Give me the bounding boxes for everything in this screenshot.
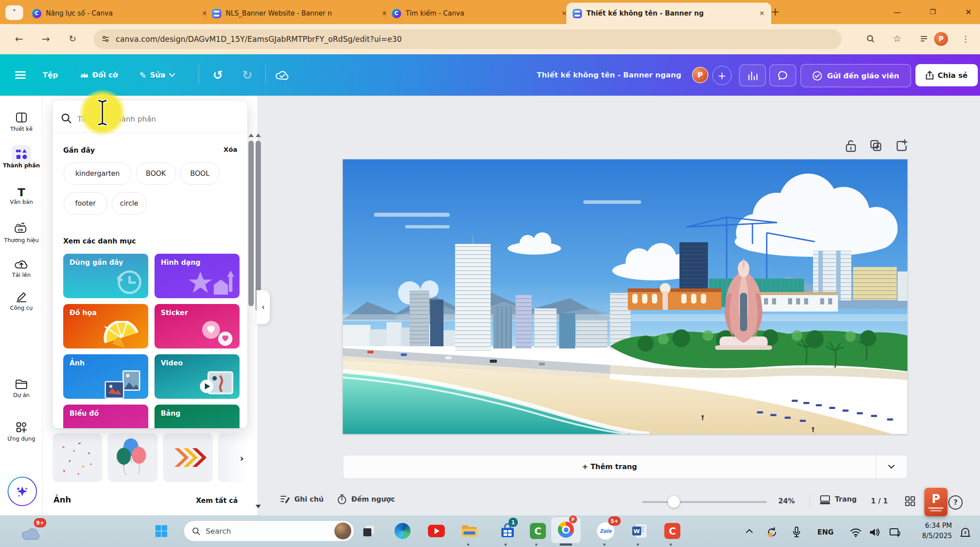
task-view-icon[interactable] [359,521,378,541]
bookmark-star-icon[interactable]: ☆ [890,31,905,46]
back-icon[interactable]: ← [12,31,27,46]
tab-close-icon[interactable]: ✕ [757,8,767,18]
redo-icon[interactable]: ↻ [242,54,252,96]
camtasia-red-icon[interactable]: C [663,521,682,541]
browser-tab-4-active[interactable]: Thiết kế không tên - Banner ng ✕ [566,3,771,24]
category-card-photos[interactable]: Ảnh [63,354,148,399]
edge-icon[interactable] [393,521,412,541]
camtasia-green-icon[interactable]: C [528,521,548,541]
window-restore-icon[interactable]: ❐ [924,4,942,20]
site-settings-icon[interactable] [102,35,110,43]
tab-list-chevron-icon[interactable]: ˅ [5,5,23,20]
sidebar-item-elements[interactable]: Thành phần [0,148,43,169]
sidebar-item-brand[interactable]: co Thương hiệu [0,222,43,243]
add-page-icon[interactable] [895,139,909,153]
window-minimize-icon[interactable]: — [888,4,906,20]
insights-button[interactable] [739,65,766,86]
volume-icon[interactable] [866,523,883,541]
browser-tab-2[interactable]: NLS_Banner Website - Banner n ✕ [206,3,394,24]
tray-expand-icon[interactable] [742,523,757,539]
word-icon[interactable]: W [630,521,649,541]
element-thumb-balloons[interactable] [108,433,158,482]
category-card-shapes[interactable]: Hình dạng [155,254,240,298]
browser-tab-1[interactable]: C Năng lực số - Canva ✕ [26,3,214,24]
recent-chip[interactable]: circle [112,192,146,215]
recent-clear-button[interactable]: Xóa [224,146,237,153]
sync-update-icon[interactable] [763,523,781,541]
invite-plus-icon[interactable]: + [712,66,732,85]
element-thumb-confetti[interactable] [53,433,102,482]
pages-view-button[interactable]: Trang [819,494,857,505]
sidebar-item-apps[interactable]: Ứng dụng [0,421,43,442]
countdown-button[interactable]: Đếm ngược [337,494,395,505]
browser-tab-3[interactable]: C Tìm kiếm - Canva ✕ [386,3,573,24]
sidebar-item-text[interactable]: T Văn bản [0,187,43,205]
category-card-video[interactable]: Video [155,354,240,399]
magic-ai-button[interactable] [8,477,37,506]
reading-list-icon[interactable] [916,31,931,46]
zoom-slider-track[interactable] [642,501,767,503]
help-button[interactable]: ? [948,495,963,510]
recent-chip[interactable]: BOOL [180,162,220,185]
taskbar-search[interactable]: Search [183,520,354,542]
recent-chip[interactable]: BOOK [136,162,176,185]
recent-chip[interactable]: kindergarten [64,162,131,185]
browser-profile-avatar[interactable]: P [934,32,948,46]
start-button[interactable] [151,521,171,541]
comments-button[interactable] [769,65,796,86]
browser-menu-kebab-icon[interactable]: ⋮ [958,31,973,46]
send-to-teacher-button[interactable]: Gửi đến giáo viên [801,64,911,87]
add-page-dropdown[interactable] [876,455,907,478]
scrollbar-up-arrow[interactable] [256,134,261,137]
zoom-percentage[interactable]: 24% [778,497,795,505]
design-page[interactable] [343,159,907,434]
undo-icon[interactable]: ↺ [213,54,223,96]
scrollbar-up-arrow[interactable] [248,134,254,137]
category-card-graphics[interactable]: Đồ họa [63,304,148,348]
wifi-icon[interactable] [847,523,865,541]
main-menu-button[interactable] [15,54,26,96]
document-title[interactable]: Thiết kế không tên - Banner ngang [530,54,681,96]
language-indicator[interactable]: ENG [812,523,839,541]
duplicate-page-icon[interactable] [869,139,883,153]
tablet-mode-icon[interactable] [886,523,904,541]
new-tab-icon[interactable]: + [768,5,782,19]
address-bar[interactable]: canva.com/design/DAGvM1D_15Y/EamsGJabRMT… [94,29,842,49]
search-highlight-image[interactable] [334,523,351,539]
scrollbar-down-arrow[interactable] [256,505,261,508]
thumbs-scroll-right-icon[interactable]: › [235,450,248,466]
zoom-slider-knob[interactable] [668,496,680,508]
clock-widget[interactable]: 6:34 PM 8/5/2025 [909,521,952,541]
recent-chip[interactable]: footer [64,192,107,215]
category-card-charts[interactable]: Biểu đồ [63,405,148,428]
element-thumb-arrows[interactable] [163,433,213,482]
page-lock-icon[interactable] [844,139,858,153]
sidebar-item-projects[interactable]: Dự án [0,378,43,398]
edit-menu-button[interactable]: ✎ Sửa [139,54,175,96]
share-button[interactable]: Chia sẻ [915,64,978,86]
window-close-icon[interactable]: ✕ [960,4,977,20]
reload-icon[interactable]: ↻ [65,31,80,46]
sidebar-item-uploads[interactable]: Tải lên [0,258,43,278]
panel-collapse-handle[interactable]: ‹ [256,290,270,324]
microphone-icon[interactable] [789,523,804,541]
add-page-button[interactable]: + Thêm trang [343,455,907,479]
notification-bell-icon[interactable]: z [956,523,975,541]
cloud-saved-icon[interactable] [275,54,289,96]
category-card-tables[interactable]: Bảng [155,405,240,428]
zoom-search-icon[interactable] [863,31,878,46]
chrome-active-slot[interactable]: P [551,517,581,543]
user-avatar[interactable]: P [692,67,708,83]
sidebar-item-tools[interactable]: Công cụ [0,290,43,311]
youtube-icon[interactable] [427,521,446,541]
outer-scrollbar-thumb[interactable] [256,141,261,312]
sidebar-item-design[interactable]: Thiết kế [0,111,43,132]
category-card-recent[interactable]: Dùng gần đây [63,254,148,298]
panel-scrollbar-thumb[interactable] [248,141,254,306]
category-card-sticker[interactable]: Sticker [155,304,240,348]
grid-view-icon[interactable] [904,495,916,509]
photos-see-all-link[interactable]: Xem tất cả [196,497,238,505]
notes-button[interactable]: Ghi chú [280,494,324,505]
forward-icon[interactable]: → [38,31,53,46]
file-menu-button[interactable]: Tệp [43,54,58,96]
